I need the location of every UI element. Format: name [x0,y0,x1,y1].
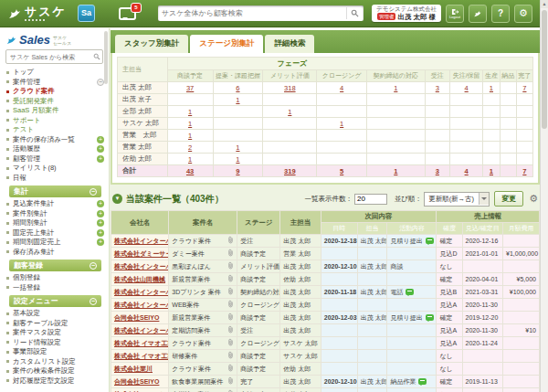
count-link[interactable]: 43 [186,167,194,175]
page-size-input[interactable] [354,194,387,205]
count-link[interactable]: 1 [236,96,239,104]
expand-plus-icon[interactable]: + [97,155,104,163]
paperclip-icon[interactable] [227,274,234,284]
sidebar-item[interactable]: 案件管理− [6,78,104,88]
sidebar-item[interactable]: カスタムリスト設定 [6,357,104,367]
sidebar-item[interactable]: 案件別集計+ [6,209,104,219]
count-link[interactable]: 319 [284,167,296,175]
count-link[interactable]: 1 [394,167,397,175]
expand-plus-icon[interactable]: + [97,200,104,207]
sidebar-item[interactable]: 固定売上集計+ [6,228,104,238]
count-link[interactable]: 1 [188,155,192,164]
company-link[interactable]: 合同会社SEIYO [114,314,159,321]
settings-button[interactable]: ⚙ [514,5,532,23]
count-link[interactable]: 1 [394,84,397,92]
count-link[interactable]: 2 [188,143,192,152]
collapse-minus-icon[interactable]: − [90,188,97,196]
company-link[interactable]: 株式会社山田機械 [114,276,165,282]
paperclip-icon[interactable] [227,261,234,271]
tab-active[interactable]: ステージ別集計 [190,35,263,53]
sidebar-item[interactable]: クラウド案件 [6,87,104,97]
paperclip-icon[interactable] [227,376,234,387]
count-link[interactable]: 1 [490,84,493,92]
sidebar-item[interactable]: トップ [6,68,104,78]
sidebar-item[interactable]: 期間別固定売上+ [6,238,104,248]
sidebar-scrollbar-thumb[interactable] [104,31,108,84]
sidebar-item[interactable]: 日報 [6,174,104,184]
count-link[interactable]: 1 [490,167,493,175]
company-link[interactable]: 株式会社栗川 [114,366,153,372]
sidebar-item[interactable]: SaaS 月額案件 [6,106,104,116]
paperclip-icon[interactable] [227,351,234,361]
paperclip-icon[interactable] [227,287,234,297]
logout-button[interactable]: Logout [446,5,464,23]
sidebar-section-header[interactable]: 顧客登録− [9,260,101,271]
user-info-box[interactable]: デモシステム株式会社 管理者 出茂 太郎 様 [372,5,441,22]
company-link[interactable]: 株式会社インターパーク [114,289,169,295]
sidebar-item[interactable]: 案件の保存済み一覧+ [6,135,104,145]
sidebar-item[interactable]: 案件の検索条件設定 [6,366,104,376]
chat-bubble-icon[interactable] [426,314,434,321]
count-link[interactable]: 4 [340,84,343,92]
comment-icon[interactable]: 5 [119,7,136,20]
collapse-minus-icon[interactable]: − [90,262,97,270]
company-link[interactable]: 株式会社インターパーク [114,263,169,270]
count-link[interactable]: 6 [236,84,239,92]
sidebar-search-box[interactable] [5,49,103,64]
sidebar-item[interactable]: 顧客テーブル設定 [6,319,104,329]
paperclip-icon[interactable] [227,313,234,323]
company-link[interactable]: 株式会社インターパーク [114,238,169,244]
expand-plus-icon[interactable]: + [97,229,104,237]
count-link[interactable]: 1 [236,155,239,164]
scroll-up-arrow[interactable]: ▲ [541,0,548,8]
sidebar-search-input[interactable] [8,53,93,61]
sa-app-badge[interactable]: Sa [78,5,95,22]
change-button[interactable]: 変更 [494,191,523,207]
sort-select[interactable]: 更新順(新→古) [424,192,490,207]
count-link[interactable]: 1 [188,132,192,140]
search-icon[interactable] [346,7,364,19]
expand-plus-icon[interactable]: + [97,238,104,246]
page-scrollbar[interactable]: ▲ [540,0,548,392]
company-link[interactable]: 合同会社SEIYO [114,378,159,385]
sidebar-item[interactable]: マイリスト(8) [6,164,104,174]
count-link[interactable]: 4 [465,84,469,92]
count-link[interactable]: 4 [465,167,469,175]
count-link[interactable]: 7 [522,167,526,175]
chat-bubble-icon[interactable] [406,289,414,295]
count-link[interactable]: 1 [188,120,192,128]
count-link[interactable]: 3 [436,167,439,175]
company-link[interactable]: 株式会社ダミーサービス [114,250,169,257]
sidebar-item[interactable]: 保存済み集計 [6,248,104,258]
expand-plus-icon[interactable]: + [97,145,104,153]
paperclip-icon[interactable] [227,364,234,374]
sasuke-home-button[interactable] [469,5,487,23]
sidebar-item[interactable]: リード情報設定 [6,338,104,348]
sidebar-item[interactable]: テスト [6,125,104,135]
count-link[interactable]: 37 [186,84,194,92]
count-link[interactable]: 1 [236,143,239,152]
count-link[interactable]: 318 [284,84,296,92]
expand-plus-icon[interactable]: + [97,219,104,227]
collapse-minus-icon[interactable]: − [97,79,104,86]
sidebar-item[interactable]: 基本設定 [6,309,104,319]
paperclip-icon[interactable] [227,249,234,259]
count-link[interactable]: 3 [436,84,439,92]
sidebar-item[interactable]: 個別登録 [6,273,104,283]
tab-item[interactable]: 詳細検索 [265,35,314,53]
scrollbar-thumb[interactable] [542,10,547,129]
count-link[interactable]: 1 [340,120,343,128]
sidebar-item[interactable]: サポート [6,116,104,126]
count-link[interactable]: 1 [288,108,291,116]
company-link[interactable]: 株式会社インターパーク [114,302,169,308]
count-link[interactable]: 5 [340,167,343,175]
sidebar-item[interactable]: 活動履歴+ [6,144,104,154]
sidebar-item[interactable]: 受託開発案件 [6,97,104,107]
paperclip-icon[interactable] [227,236,234,246]
global-search-input[interactable] [158,9,346,17]
sidebar-item[interactable]: 期間別集計+ [6,218,104,228]
sidebar-item[interactable]: 事業部設定 [6,347,104,357]
sidebar-item[interactable]: 案件マスタ設定 [6,328,104,338]
sidebar-section-header[interactable]: 集計− [9,185,101,197]
company-link[interactable]: 株式会社インターパーク [114,327,169,334]
